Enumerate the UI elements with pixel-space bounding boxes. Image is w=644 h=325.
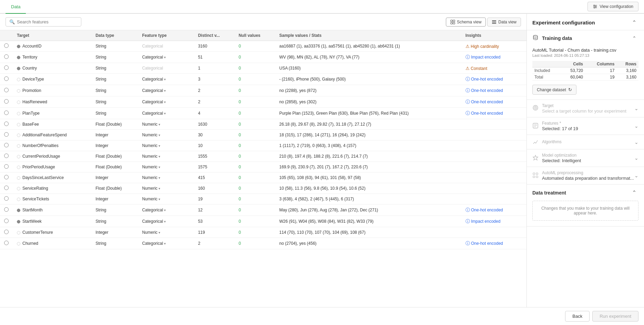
feature-type-chevron-icon[interactable]: ▾: [157, 155, 160, 158]
null-values-cell: 0: [234, 227, 275, 238]
feature-type-chevron-icon[interactable]: ▾: [163, 242, 166, 245]
feature-type-cell[interactable]: Categorical ▾: [138, 216, 194, 227]
target-radio[interactable]: [4, 65, 9, 70]
feature-type-chevron-icon[interactable]: ▾: [157, 165, 160, 169]
feature-type-cell[interactable]: Numeric ▾: [138, 130, 194, 140]
data-type-cell: Float (Double): [91, 119, 138, 130]
insights-cell: ⓘ One-hot encoded: [461, 108, 527, 119]
target-radio[interactable]: [4, 207, 9, 212]
feature-type-cell[interactable]: Numeric ▾: [138, 151, 194, 162]
feature-type-cell[interactable]: Numeric ▾: [138, 140, 194, 151]
feature-type-label: Categorical: [142, 55, 163, 60]
data-type-cell: Float (Double): [91, 183, 138, 194]
feature-type-chevron-icon[interactable]: ▾: [163, 89, 166, 93]
feature-type-chevron-icon[interactable]: ▾: [163, 208, 166, 212]
training-data-collapse-button[interactable]: ⌃: [630, 35, 638, 42]
model-optimization-config-header[interactable]: Model optimization Selected: Intelligent…: [527, 149, 644, 167]
sample-values-cell: Purple Plan (1523), Green Plan (630), Bl…: [275, 108, 461, 119]
feature-type-cell[interactable]: Numeric ▾: [138, 194, 194, 205]
feature-type-chevron-icon[interactable]: ▾: [157, 176, 160, 180]
change-dataset-button[interactable]: Change dataset ↻: [532, 85, 576, 95]
target-radio[interactable]: [4, 196, 9, 201]
feature-type-cell[interactable]: Numeric ▾: [138, 227, 194, 238]
training-data-header: Training data ⌃: [527, 30, 644, 46]
feature-type-chevron-icon[interactable]: ▾: [157, 187, 160, 190]
search-input[interactable]: [17, 19, 78, 24]
data-view-button[interactable]: Data view: [487, 18, 521, 27]
feature-type-cell[interactable]: Categorical ▾: [138, 74, 194, 85]
algorithms-icon: [532, 138, 539, 146]
target-radio[interactable]: [4, 122, 9, 126]
null-value: 0: [238, 66, 241, 71]
null-values-cell: 0: [234, 183, 275, 194]
info-icon: ⓘ: [466, 76, 470, 82]
feature-type-chevron-icon[interactable]: ▾: [157, 123, 160, 126]
features-config-header[interactable]: Features * Selected: 17 of 19 ⌄: [527, 117, 644, 135]
target-config-header[interactable]: Target Select a target column for your e…: [527, 100, 644, 117]
feature-type-chevron-icon[interactable]: ▾: [163, 100, 166, 104]
insights-cell: [461, 130, 527, 140]
view-configuration-button[interactable]: View configuration: [587, 2, 638, 11]
target-chevron-icon[interactable]: ⌄: [634, 106, 638, 111]
back-button[interactable]: Back: [565, 311, 590, 322]
feature-type-cell[interactable]: Numeric ▾: [138, 183, 194, 194]
right-panel-collapse-button[interactable]: ⌃: [630, 19, 638, 27]
feature-type-chevron-icon[interactable]: ▾: [163, 112, 166, 115]
feature-type-cell[interactable]: Categorical ▾: [138, 96, 194, 108]
feature-circle-icon: [17, 78, 20, 81]
tab-data[interactable]: Data: [6, 0, 26, 14]
table-row: PlanTypeStringCategorical ▾40Purple Plan…: [0, 108, 527, 119]
target-radio[interactable]: [4, 88, 9, 92]
feature-type-chevron-icon[interactable]: ▾: [163, 77, 166, 81]
feature-type-cell[interactable]: Numeric ▾: [138, 162, 194, 172]
feature-type-chevron-icon[interactable]: ▾: [157, 197, 160, 201]
target-radio[interactable]: [4, 111, 9, 115]
target-radio[interactable]: [4, 132, 9, 137]
algorithms-config-header[interactable]: Algorithms ⌄: [527, 135, 644, 149]
target-radio[interactable]: [4, 186, 9, 190]
target-radio[interactable]: [4, 154, 9, 158]
table-row: PriorPeriodUsageFloat (Double)Numeric ▾1…: [0, 162, 527, 172]
data-type-cell: String: [91, 216, 138, 227]
target-radio[interactable]: [4, 54, 9, 59]
svg-point-13: [533, 35, 538, 37]
algorithms-chevron-icon[interactable]: ⌄: [634, 139, 638, 145]
feature-type-cell[interactable]: Categorical ▾: [138, 108, 194, 119]
target-radio[interactable]: [4, 230, 9, 234]
distinct-values-cell: 3160: [194, 41, 235, 52]
automl-preprocessing-config-header[interactable]: AutoML preprocessing Automated data prep…: [527, 167, 644, 184]
target-radio[interactable]: [4, 164, 9, 169]
insights-cell: [461, 162, 527, 172]
feature-type-cell[interactable]: Categorical ▾: [138, 205, 194, 216]
feature-type-cell[interactable]: Categorical ▾: [138, 238, 194, 249]
svg-rect-7: [453, 20, 455, 22]
svg-rect-6: [451, 20, 452, 22]
model-optimization-chevron-icon[interactable]: ⌄: [634, 155, 638, 161]
target-radio[interactable]: [4, 143, 9, 147]
feature-type-cell[interactable]: Numeric ▾: [138, 172, 194, 183]
feature-type-chevron-icon[interactable]: ▾: [157, 231, 160, 234]
feature-type-cell[interactable]: Categorical ▾: [138, 85, 194, 96]
col-header-featuretype: Feature type: [138, 30, 194, 41]
target-radio[interactable]: [4, 241, 9, 245]
target-radio[interactable]: [4, 76, 9, 81]
features-chevron-icon[interactable]: ⌄: [634, 123, 638, 129]
target-radio[interactable]: [4, 99, 9, 104]
automl-preprocessing-chevron-icon[interactable]: ⌄: [634, 173, 638, 178]
feature-type-cell: Categorical: [138, 63, 194, 74]
feature-type-chevron-icon[interactable]: ▾: [157, 133, 160, 137]
run-experiment-button[interactable]: Run experiment: [592, 311, 638, 322]
feature-type-chevron-icon[interactable]: ▾: [163, 55, 166, 59]
feature-type-chevron-icon[interactable]: ▾: [157, 144, 160, 148]
schema-view-button[interactable]: Schema view: [446, 18, 486, 27]
target-radio[interactable]: [4, 219, 9, 223]
target-radio[interactable]: [4, 175, 9, 179]
feature-circle-icon: [17, 67, 20, 70]
feature-type-cell[interactable]: Numeric ▾: [138, 119, 194, 130]
feature-type-cell[interactable]: Categorical ▾: [138, 52, 194, 63]
data-type-cell: Integer: [91, 172, 138, 183]
target-radio[interactable]: [4, 43, 9, 48]
feature-type-label: Categorical: [142, 77, 163, 82]
feature-type-chevron-icon[interactable]: ▾: [163, 220, 166, 223]
data-treatment-collapse-button[interactable]: ⌃: [630, 189, 638, 197]
